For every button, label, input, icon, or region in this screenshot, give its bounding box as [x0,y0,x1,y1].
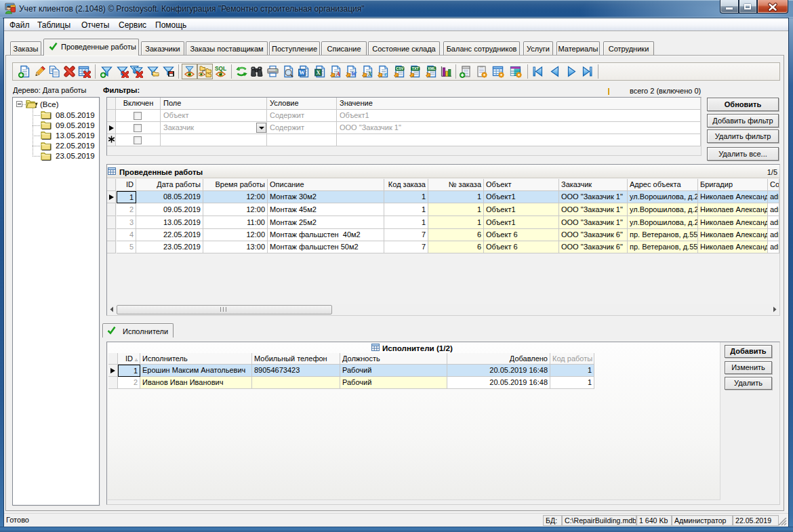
svg-text:X: X [316,69,321,76]
svg-text:W: W [350,70,357,77]
svg-text:TXT: TXT [411,66,419,70]
svg-text:CSV: CSV [396,66,403,70]
svg-text:SQL: SQL [215,66,226,72]
svg-text:W: W [299,69,305,76]
svg-text:e: e [384,70,387,77]
svg-text:X: X [367,70,372,77]
svg-text:A: A [335,70,340,77]
svg-text:XML: XML [428,66,436,70]
